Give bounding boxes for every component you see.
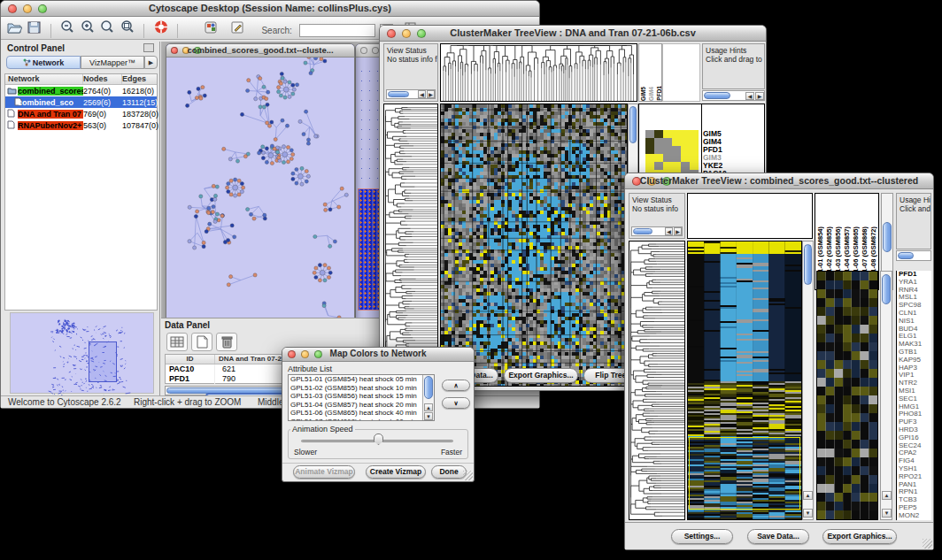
tv1-array-dendrogram[interactable] xyxy=(440,43,637,102)
document-icon xyxy=(7,109,15,118)
birdseye-view[interactable] xyxy=(10,312,154,394)
attribute-list: GPL51-01 (GSM854) heat shock 05 minGPL51… xyxy=(288,374,435,421)
float-panel-icon[interactable] xyxy=(143,43,154,52)
network-view-window[interactable]: combined_scores_good.txt--cluste... xyxy=(166,43,355,326)
scroll-left-icon[interactable]: ◀ xyxy=(665,227,673,235)
network-view-titlebar[interactable]: combined_scores_good.txt--cluste... xyxy=(166,44,354,58)
table-mode-button[interactable] xyxy=(166,333,188,351)
tv2-view-status: View Status No status info ◀ ▶ xyxy=(629,193,685,239)
scroll-down-icon[interactable]: ▼ xyxy=(882,509,892,518)
usage-hints-text: Click and drag to xyxy=(706,55,761,64)
animate-vizmap-button[interactable]: Animate Vizmap xyxy=(293,465,355,479)
array-label: GIM4 xyxy=(647,87,655,101)
scroll-right-icon[interactable]: ▶ xyxy=(755,92,764,100)
done-button[interactable]: Done xyxy=(431,465,467,479)
resize-grip[interactable] xyxy=(923,539,932,548)
status-zoom-hint: Right-click + drag to ZOOM xyxy=(134,397,241,407)
tv1-status-scrollbar[interactable]: ◀ ▶ xyxy=(386,89,436,99)
network-canvas[interactable] xyxy=(166,58,354,326)
col-id[interactable]: ID xyxy=(166,355,215,364)
tv2-settings-button[interactable]: Settings... xyxy=(671,529,733,544)
usage-hints-title: Usage Hi xyxy=(900,196,928,204)
help-lifering-icon[interactable] xyxy=(153,19,169,35)
scroll-up-icon[interactable]: ▲ xyxy=(424,403,433,411)
open-file-icon[interactable] xyxy=(6,19,22,35)
tv2-selection-rect[interactable] xyxy=(689,437,800,510)
tv1-matrix-row-labels: GIM5GIM4PFD1GIM3YKE2PAC10 xyxy=(703,130,727,178)
network-edges: 13112(15) xyxy=(122,98,158,107)
treeview1-titlebar[interactable]: ClusterMaker TreeView : DNA and Tran 07-… xyxy=(380,26,766,42)
tv2-zoom-heatmap[interactable] xyxy=(816,271,878,520)
treeview2-titlebar[interactable]: ClusterMaker TreeView : combined_scores_… xyxy=(625,173,933,189)
network-name: combined_scores xyxy=(18,87,83,96)
attribute-list-item[interactable]: GPL51-06 (GSM865) heat shock 40 min xyxy=(290,409,434,418)
network-list-row[interactable]: DNA and Tran 07769(0)183728(0) xyxy=(5,108,157,119)
network-nodes: 769(0) xyxy=(83,110,122,119)
tv2-heatmap-vscroll[interactable]: ▲ ▼ xyxy=(802,241,814,520)
tv2-array-dendrogram[interactable] xyxy=(687,193,813,239)
network-nodes: 563(0) xyxy=(83,121,122,130)
scroll-right-icon[interactable]: ▶ xyxy=(427,90,435,98)
view-status-text: No status info xyxy=(632,204,682,213)
col-nodes[interactable]: Nodes xyxy=(83,74,122,84)
network-name: RNAPuberNov2+ xyxy=(18,121,83,130)
scroll-up-icon[interactable]: ▲ xyxy=(803,491,813,500)
network-name: DNA and Tran 07 xyxy=(18,110,83,119)
tv2-gene-dendrogram[interactable] xyxy=(629,241,685,520)
tab-overflow-button[interactable]: ▶ xyxy=(144,56,158,69)
tv2-usage-scrollbar[interactable] xyxy=(896,250,931,261)
vizmap-icon[interactable] xyxy=(203,19,219,35)
tv1-heatmap[interactable] xyxy=(440,104,628,387)
new-attribute-button[interactable] xyxy=(191,333,212,351)
scroll-down-icon[interactable]: ▼ xyxy=(803,509,813,518)
delete-attribute-trash-icon[interactable] xyxy=(216,333,237,351)
status-welcome: Welcome to Cytoscape 2.6.2 xyxy=(8,397,121,407)
scroll-left-icon[interactable]: ◀ xyxy=(745,92,754,100)
scroll-down-icon[interactable]: ▼ xyxy=(424,412,433,420)
birdseye-viewport-rect[interactable] xyxy=(89,341,117,382)
tv2-heatmap[interactable] xyxy=(687,241,802,520)
scroll-right-icon[interactable]: ▶ xyxy=(674,227,682,235)
move-down-button[interactable]: ∨ xyxy=(442,397,470,409)
attribute-list-item[interactable]: GPL51-07 (GSM868) heat shock 60 min xyxy=(290,418,434,421)
tv1-export-graphics-button[interactable]: Export Graphics... xyxy=(504,368,578,383)
map-colors-dialog: Map Colors to Network Attribute List GPL… xyxy=(282,347,475,482)
move-up-button[interactable]: ∧ xyxy=(442,380,470,391)
tab-vizmapper[interactable]: VizMapper™ xyxy=(81,56,144,69)
save-icon[interactable] xyxy=(26,19,42,35)
main-titlebar[interactable]: Cytoscape Desktop (Session Name: collins… xyxy=(1,1,539,17)
attribute-list-item[interactable]: GPL51-03 (GSM856) heat shock 15 min xyxy=(290,392,434,401)
folder-icon xyxy=(7,86,17,95)
scroll-up-icon[interactable]: ▲ xyxy=(882,491,892,500)
annotation-icon[interactable] xyxy=(229,19,245,35)
network-list-row[interactable]: combined_scores2764(0)16218(0) xyxy=(5,85,157,96)
data-panel-title: Data Panel xyxy=(165,320,210,330)
network-list-row[interactable]: combined_sco2569(6)13112(15) xyxy=(5,96,157,108)
attribute-list-item[interactable]: GPL51-04 (GSM857) heat shock 20 min xyxy=(290,401,434,410)
col-network[interactable]: Network xyxy=(5,74,83,84)
attribute-list-item[interactable]: GPL51-01 (GSM854) heat shock 05 min xyxy=(290,375,434,384)
dialog-titlebar[interactable]: Map Colors to Network xyxy=(282,348,474,362)
zoom-selected-icon[interactable] xyxy=(120,19,135,35)
gene-label[interactable]: MON2 xyxy=(899,512,931,520)
scroll-left-icon[interactable]: ◀ xyxy=(418,90,426,98)
create-vizmap-button[interactable]: Create Vizmap xyxy=(366,465,426,479)
tv1-usage-scrollbar[interactable]: ◀ ▶ xyxy=(702,90,765,101)
attribute-list-item[interactable]: GPL51-02 (GSM855) heat shock 10 min xyxy=(290,384,434,393)
tv2-zoom-vscroll[interactable]: ▲ ▼ xyxy=(880,271,892,520)
array-label: PFD1 xyxy=(655,86,662,101)
tv1-gene-dendrogram[interactable] xyxy=(383,104,438,387)
tv2-save-data-button[interactable]: Save Data... xyxy=(747,529,809,544)
tv2-export-graphics-button[interactable]: Export Graphics... xyxy=(822,529,897,544)
zoom-fit-icon[interactable] xyxy=(99,19,115,35)
search-input[interactable] xyxy=(299,24,375,37)
resize-grip[interactable] xyxy=(463,471,473,480)
speed-slider-thumb[interactable] xyxy=(374,433,383,445)
network-list-row[interactable]: RNAPuberNov2+563(0)107847(0) xyxy=(5,119,157,131)
tv2-status-scrollbar[interactable]: ◀ ▶ xyxy=(631,226,683,236)
col-edges[interactable]: Edges xyxy=(122,74,157,84)
attribute-list-vscroll[interactable]: ▲ ▼ xyxy=(422,375,434,420)
zoom-out-icon[interactable] xyxy=(59,19,75,35)
tab-network[interactable]: Network xyxy=(6,56,81,69)
zoom-in-icon[interactable] xyxy=(80,19,96,35)
